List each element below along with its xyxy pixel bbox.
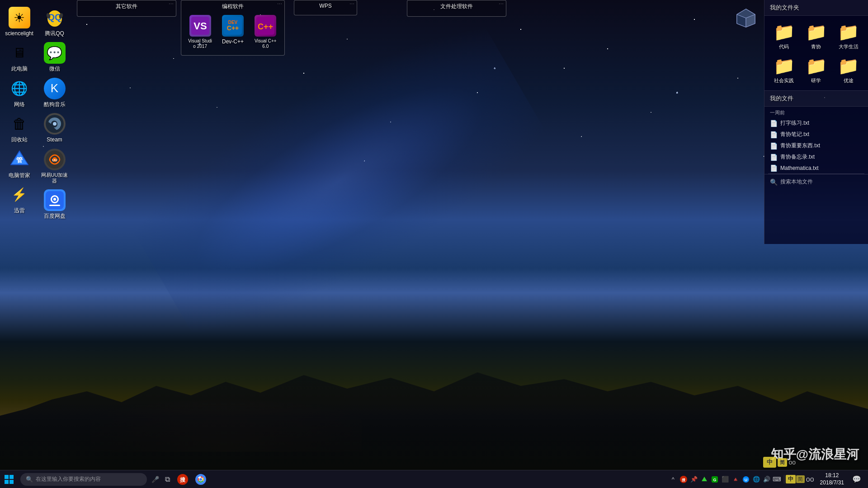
pcmanager-label: 电脑管家 [9,172,30,178]
file-typing-practice[interactable]: 📄 打字练习.txt [764,117,868,129]
ime-smiley-btn[interactable]: oo [788,459,796,466]
file-qingxie-memo[interactable]: 📄 青协备忘录.txt [764,151,868,163]
tray-icon3[interactable]: G [710,475,719,484]
folder-practice[interactable]: 📁 社会实践 [769,54,799,86]
tray-network[interactable]: 🌐 [752,475,761,484]
file-mathematica[interactable]: 📄 Mathematica.txt [764,163,868,174]
icon-recycle-bin[interactable]: 🗑 回收站 [2,111,36,145]
tray-ime-cn[interactable]: 中 [786,475,796,483]
stars-bg [0,0,868,488]
icon-wechat[interactable]: 💬 微信 [38,40,71,74]
week-label: 一周前 [764,107,868,117]
tray-icon1[interactable]: 📌 [689,475,698,484]
icon-devcpp[interactable]: DEV C++ Dev-C++ [217,13,248,52]
tray-chevron[interactable]: ^ [669,475,678,484]
programming-icons: VS Visual Studio 2017 DEV C++ [185,13,281,52]
file-processing-expand[interactable]: ⋯ [499,1,504,7]
tray-icon2[interactable] [700,475,709,484]
file-name: 青协备忘录.txt [780,153,815,161]
my-files-section: 我的文件 一周前 📄 打字练习.txt 📄 青协笔记.txt 📄 青协重要东西.… [764,90,868,244]
mic-button[interactable]: 🎤 [149,476,161,483]
icon-netease-uu[interactable]: UU 网易UU加速器 [38,146,71,186]
icon-kugo[interactable]: K 酷狗音乐 [38,75,71,110]
file-qingxie-notes[interactable]: 📄 青协笔记.txt [764,129,868,140]
search-icon: 🔍 [26,476,33,483]
file-qingxie-important[interactable]: 📄 青协重要东西.txt [764,140,868,151]
tray-keyboard[interactable]: ⌨ [773,475,782,484]
svg-rect-31 [9,475,14,479]
folder-code-icon: 📁 [774,22,795,42]
tray-ime-smiley[interactable]: oo [805,475,815,483]
icon-sciencelight[interactable]: ☀ sciencelight [2,5,36,39]
baidu-icon-img [44,189,66,211]
tray-ime-pinyin[interactable]: 简 [796,475,805,483]
tray-icons: ^ 搜 📌 G [666,475,784,484]
icon-qq[interactable]: QQ 腾讯QQ [38,5,71,39]
tray-icon6[interactable]: U [741,475,750,484]
icon-this-pc[interactable]: 🖥 此电脑 [2,40,36,74]
tray-volume[interactable]: 🔊 [762,475,771,484]
notification-button[interactable]: 💬 [848,470,866,488]
clock-time: 18:12 [825,472,839,479]
folder-college-life[interactable]: 📁 大学生活 [834,20,863,52]
folder-qingxie-label: 青协 [811,43,821,50]
icon-pcmanager[interactable]: 管 电脑管家 [2,146,36,181]
folder-group-other-software: 其它软件 ⋯ [77,0,176,17]
folder-youtu[interactable]: 📁 优途 [834,54,863,86]
folder-qingxie[interactable]: 📁 青协 [801,20,831,52]
folder-code[interactable]: 📁 代码 [769,20,799,52]
icon-vcpp6[interactable]: C++ Visual C++ 6.0 [250,13,281,52]
tray-sogou[interactable]: 搜 [679,475,688,484]
desktop-col1: ☀ sciencelight 🖥 此电脑 🌐 网络 🗑 回收站 [2,5,36,216]
folder-practice-icon: 📁 [774,56,795,76]
programming-expand[interactable]: ⋯ [277,1,282,7]
icon-network[interactable]: 🌐 网络 [2,75,36,110]
taskbar-search[interactable]: 🔍 在这里输入你要搜索的内容 [20,473,147,486]
recycle-icon-img: 🗑 [9,113,30,135]
file-processing-title: 文件处理软件 [411,3,502,10]
xunlei-icon-img: ⚡ [9,184,30,206]
file-icon: 📄 [770,154,778,161]
pcmanager-icon-img: 管 [9,149,30,170]
system-tray: ^ 搜 📌 G [664,470,868,488]
chrome-taskbar-icon[interactable] [193,471,209,488]
folder-college-label: 大学生活 [839,43,859,50]
start-button[interactable] [0,470,18,488]
other-software-expand[interactable]: ⋯ [169,1,174,7]
tray-icon5[interactable]: 🔺 [731,475,740,484]
search-placeholder: 在这里输入你要搜索的内容 [36,475,101,483]
folder-group-wps: WPS ⋯ [294,0,357,15]
xunlei-label: 迅雷 [14,207,25,214]
icon-vs2017[interactable]: VS Visual Studio 2017 [185,13,215,52]
ime-pinyin-btn[interactable]: 简 [778,458,787,467]
folder-study[interactable]: 📁 研学 [801,54,831,86]
ime-cn-btn[interactable]: 中 [763,457,776,468]
taskbar: 🔍 在这里输入你要搜索的内容 🎤 ⧉ 搜 [0,470,868,488]
sogou-taskbar-icon[interactable]: 搜 [175,471,191,488]
cube-icon-img [732,5,760,32]
icon-steam[interactable]: Steam [38,111,71,145]
svg-text:C++: C++ [258,22,273,31]
cube-area[interactable] [732,5,760,32]
network-label: 网络 [14,101,25,108]
vcpp6-label: Visual C++ 6.0 [253,38,278,49]
wps-expand[interactable]: ⋯ [349,1,354,7]
task-view-button[interactable]: ⧉ [161,475,174,483]
folder-group-programming: 编程软件 VS Visual Studio 2017 [181,0,285,56]
svg-text:搜: 搜 [179,477,186,483]
file-icon: 📄 [770,131,778,138]
tray-icon4[interactable]: ⬛ [721,475,730,484]
devcpp-label: Dev-C++ [222,38,244,45]
sciencelight-label: sciencelight [5,30,33,37]
folder-qingxie-icon: 📁 [806,22,827,42]
svg-text:G: G [713,478,716,482]
search-local-files[interactable]: 🔍 搜索本地文件 [764,174,868,189]
wechat-label: 微信 [49,66,60,72]
icon-baidu-disk[interactable]: 百度网盘 [38,187,71,221]
sciencelight-icon-img: ☀ [9,7,30,28]
icon-xunlei[interactable]: ⚡ 迅雷 [2,182,36,216]
svg-point-39 [199,478,202,481]
tray-clock[interactable]: 18:12 2018/7/31 [816,472,848,486]
file-icon: 📄 [770,142,778,150]
clock-date: 2018/7/31 [820,479,844,487]
